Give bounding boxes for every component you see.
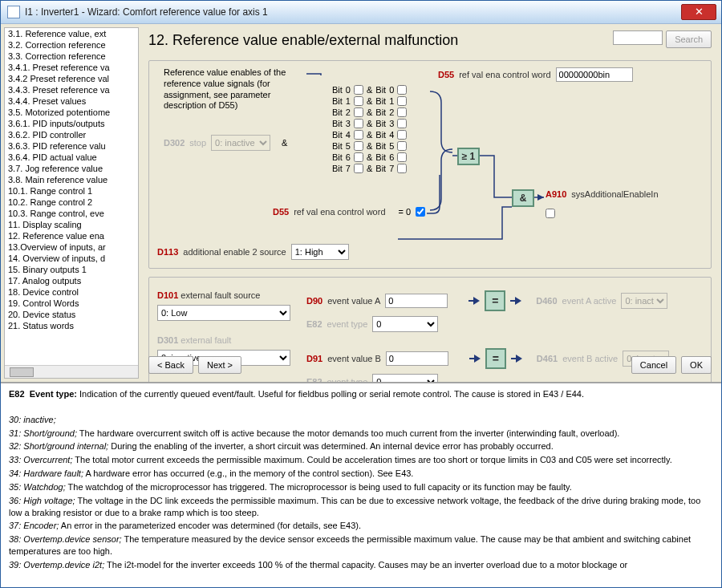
bit-label: & — [367, 141, 372, 151]
nav-item[interactable]: 3.7. Jog reference value — [5, 163, 138, 174]
bit-label: Bit — [332, 130, 343, 140]
sidebar-hscroll[interactable] — [5, 365, 138, 378]
e82b-row: E82 event type 0 — [306, 374, 669, 382]
param-d55-bot-tag: D55 — [273, 207, 289, 217]
param-e82b-label: event type — [327, 377, 368, 382]
nav-item[interactable]: 3.6.2. PID controller — [5, 129, 138, 140]
nav-item[interactable]: 19. Control Words — [5, 298, 138, 309]
bit-label: 6 — [389, 152, 394, 162]
bit-checkbox[interactable] — [354, 152, 363, 162]
nav-item[interactable]: 21. Status words — [5, 320, 138, 331]
nav-item[interactable]: 15. Binary outputs 1 — [5, 264, 138, 275]
nav-item[interactable]: 3.4.3. Preset reference va — [5, 84, 138, 95]
param-e82b-tag: E82 — [306, 377, 322, 382]
bit-label: 2 — [389, 107, 394, 117]
nav-item[interactable]: 13.Overview of inputs, ar — [5, 241, 138, 253]
nav-item[interactable]: 14. Overview of inputs, d — [5, 253, 138, 264]
d101-combo[interactable]: 0: Low — [157, 305, 290, 321]
ok-button[interactable]: OK — [681, 356, 712, 374]
bit-checkbox[interactable] — [397, 85, 407, 95]
bit-checkbox[interactable] — [397, 141, 407, 151]
bit-checkbox[interactable] — [354, 130, 363, 140]
bit-checkbox[interactable] — [397, 130, 407, 140]
nav-item[interactable]: 10.3. Range control, eve — [5, 208, 138, 219]
nav-item[interactable]: 3.4.1. Preset reference va — [5, 62, 138, 73]
d302-combo: 0: inactive — [211, 135, 270, 151]
bit-label: Bit — [375, 119, 386, 128]
and-label-left: & — [282, 138, 287, 148]
d113-combo[interactable]: 1: High — [291, 244, 349, 260]
bit-label: & — [367, 96, 372, 106]
bit-checkbox[interactable] — [397, 164, 407, 173]
search-area: Search — [613, 30, 712, 48]
arrow-icon — [510, 297, 521, 305]
help-pane[interactable]: E82 Event type: Indication of the curren… — [1, 383, 721, 587]
e82b-combo[interactable]: 0 — [372, 374, 438, 382]
help-line: 30: inactive; — [9, 414, 713, 426]
bit-checkbox[interactable] — [397, 119, 407, 128]
nav-item[interactable]: 11. Display scaling — [5, 219, 138, 230]
search-button[interactable]: Search — [666, 30, 712, 48]
bit-label: 4 — [346, 130, 351, 140]
nav-item[interactable]: 3.6.1. PID inputs/outputs — [5, 118, 138, 129]
param-d301-tag: D301 — [157, 335, 178, 345]
param-d302-tag: D302 — [164, 138, 185, 148]
nav-item[interactable]: 3.1. Reference value, ext — [5, 28, 138, 39]
bit-label: 0 — [389, 85, 394, 95]
nav-item[interactable]: 3.3. Correction reference — [5, 51, 138, 62]
bit-label: Bit — [332, 96, 343, 106]
nav-item[interactable]: 3.6.4. PID actual value — [5, 152, 138, 163]
d55-top-row: D55 ref val ena control word — [438, 67, 633, 82]
bit-label: Bit — [375, 96, 386, 106]
nav-item[interactable]: 3.4.2 Preset reference val — [5, 73, 138, 84]
d55-eq0-checkbox[interactable] — [416, 207, 425, 217]
a910-checkbox[interactable] — [546, 209, 555, 218]
app-window: I1 : Inverter1 - Wizard: Comfort referen… — [0, 0, 722, 588]
nav-item[interactable]: 10.2. Range control 2 — [5, 197, 138, 208]
close-button[interactable]: ✕ — [681, 4, 716, 20]
back-button[interactable]: < Back — [148, 356, 193, 374]
search-input[interactable] — [613, 30, 663, 45]
nav-item[interactable]: 3.5. Motorized potentiome — [5, 107, 138, 118]
e82a-row: E82 event type 0 — [306, 316, 669, 332]
d302-row: D302 stop 0: inactive & — [164, 135, 287, 151]
nav-item[interactable]: 3.6.3. PID reference valu — [5, 140, 138, 152]
bit-label: Bit — [332, 85, 343, 95]
nav-tree[interactable]: 3.1. Reference value, ext3.2. Correction… — [4, 27, 139, 379]
cancel-button[interactable]: Cancel — [631, 356, 676, 374]
nav-item[interactable]: 3.4.4. Preset values — [5, 95, 138, 107]
bit-checkbox[interactable] — [354, 141, 363, 151]
bit-checkbox[interactable] — [354, 107, 363, 117]
param-d55-tag: D55 — [438, 70, 454, 79]
bit-checkbox[interactable] — [354, 85, 363, 95]
nav-item[interactable]: 10.1. Range control 1 — [5, 185, 138, 197]
d90-input[interactable] — [385, 294, 448, 308]
next-button[interactable]: Next > — [198, 356, 241, 374]
bit-checkbox[interactable] — [354, 119, 363, 128]
bit-checkbox[interactable] — [397, 152, 407, 162]
nav-item[interactable]: 18. Device control — [5, 286, 138, 298]
wizard-page: Search 12. Reference value enable/extern… — [139, 24, 721, 382]
d90-row: D90 event value A = D460 event A active … — [306, 290, 669, 311]
nav-item[interactable]: 20. Device status — [5, 309, 138, 320]
bit-checkbox[interactable] — [354, 96, 363, 106]
param-d460-tag: D460 — [536, 296, 557, 306]
nav-item[interactable]: 3.2. Correction reference — [5, 39, 138, 51]
bit-label: Bit — [332, 164, 343, 173]
param-e82a-label: event type — [327, 319, 368, 329]
bit-checkbox[interactable] — [397, 96, 407, 106]
nav-item[interactable]: 12. Reference value ena — [5, 230, 138, 241]
bit-label: 7 — [346, 164, 351, 173]
bit-checkbox[interactable] — [354, 164, 363, 173]
e82a-combo[interactable]: 0 — [372, 316, 438, 332]
bit-checkbox[interactable] — [397, 107, 407, 117]
d460-combo: 0: inact — [621, 293, 667, 309]
d55-value-input[interactable] — [556, 67, 633, 82]
bit-label: & — [367, 119, 372, 128]
help-line: 33: Overcurrent; The total motor current… — [9, 454, 713, 466]
bit-label: Bit — [375, 107, 386, 117]
bit-label: Bit — [332, 152, 343, 162]
bit-label: & — [367, 107, 372, 117]
nav-item[interactable]: 17. Analog outputs — [5, 275, 138, 286]
nav-item[interactable]: 3.8. Main reference value — [5, 174, 138, 185]
